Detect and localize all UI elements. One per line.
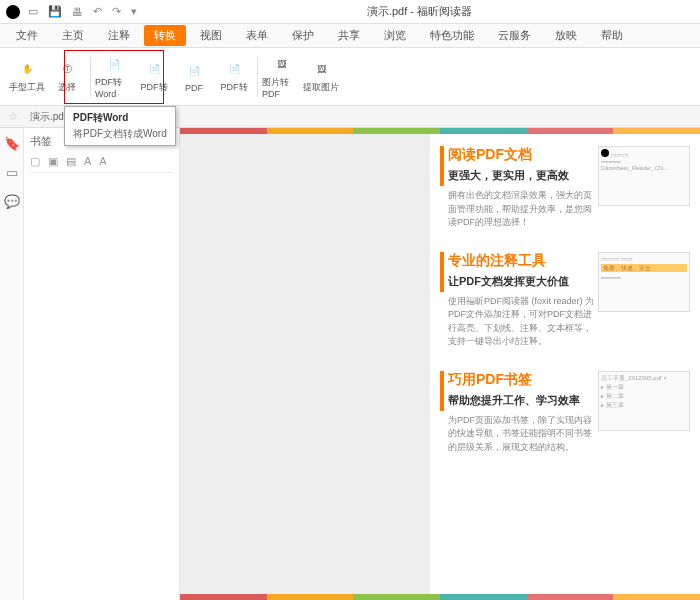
img-pdf-icon: 🖼	[271, 54, 291, 74]
section-body: 为PDF页面添加书签，除了实现内容的快速导航，书签还能指明不同书签的层级关系，展…	[448, 414, 598, 455]
section-1: 专业的注释工具让PDF文档发挥更大价值使用福昕PDF阅读器 (foxit rea…	[440, 252, 690, 349]
pdf-button[interactable]: 📄 PDF	[175, 53, 213, 101]
pdf-to-word-button[interactable]: 📄 PDF转Word	[95, 53, 133, 101]
ribbon: ✋ 手型工具 Ⓣ 选择 📄 PDF转Word 📄 PDF转 📄 PDF 📄 PD…	[0, 48, 700, 106]
section-thumb: ▭▭▭ ▭▭免费、快速、安全━━━━━	[598, 252, 690, 312]
bm-save-icon[interactable]: ▣	[48, 155, 58, 168]
extract-img-button[interactable]: 🖼 提取图片	[302, 53, 340, 101]
section-body: 拥有出色的文档渲染效果，强大的页面管理功能，帮助提升效率，是您阅读PDF的理想选…	[448, 189, 598, 230]
extract-icon: 🖼	[311, 59, 331, 79]
bm-text2-icon[interactable]: A	[99, 155, 106, 168]
page: 阅读PDF文档更强大，更实用，更高效拥有出色的文档渲染效果，强大的页面管理功能，…	[430, 134, 700, 594]
menu-特色功能[interactable]: 特色功能	[420, 25, 484, 46]
menu-放映[interactable]: 放映	[545, 25, 587, 46]
menu-转换[interactable]: 转换	[144, 25, 186, 46]
open-icon[interactable]: ▭	[28, 5, 38, 18]
pdf-to-ppt-button[interactable]: 📄 PDF转	[135, 53, 173, 101]
img-to-pdf-button[interactable]: 🖼 图片转PDF	[262, 53, 300, 101]
pdf-word-icon: 📄	[104, 54, 124, 74]
more-icon[interactable]: ▾	[131, 5, 137, 18]
section-thumb: 员工手册_2012095.pdf ×▸ 第一章▸ 第二章▸ 第三章	[598, 371, 690, 431]
menu-帮助[interactable]: 帮助	[591, 25, 633, 46]
redo-icon[interactable]: ↷	[112, 5, 121, 18]
pdf-icon: 📄	[184, 61, 204, 81]
section-thumb: ▭▭▭━━━━━Datasheet_Reader_CN...	[598, 146, 690, 206]
pages-panel-icon[interactable]: ▭	[6, 165, 18, 180]
section-2: 巧用PDF书签帮助您提升工作、学习效率为PDF页面添加书签，除了实现内容的快速导…	[440, 371, 690, 455]
hand-icon: ✋	[17, 59, 37, 79]
pdf-img-icon: 📄	[224, 59, 244, 79]
menu-文件[interactable]: 文件	[6, 25, 48, 46]
save-icon[interactable]: 💾	[48, 5, 62, 18]
main-area: 🔖 ▭ 💬 书签 ▢ ▣ ▤ A A 阅读PDF文档更强大，更实用，更高效拥有出…	[0, 128, 700, 600]
bm-text-icon[interactable]: A	[84, 155, 91, 168]
stripe-bottom	[180, 594, 700, 600]
select-icon: Ⓣ	[57, 59, 77, 79]
menu-云服务[interactable]: 云服务	[488, 25, 541, 46]
app-icon	[6, 5, 20, 19]
menu-表单[interactable]: 表单	[236, 25, 278, 46]
window-title: 演示.pdf - 福昕阅读器	[145, 4, 694, 19]
document-area[interactable]: 阅读PDF文档更强大，更实用，更高效拥有出色的文档渲染效果，强大的页面管理功能，…	[180, 128, 700, 600]
hand-tool-button[interactable]: ✋ 手型工具	[8, 53, 46, 101]
menu-注释[interactable]: 注释	[98, 25, 140, 46]
title-bar: ▭ 💾 🖶 ↶ ↷ ▾ 演示.pdf - 福昕阅读器	[0, 0, 700, 24]
star-icon[interactable]: ☆	[8, 110, 18, 123]
menu-共享[interactable]: 共享	[328, 25, 370, 46]
bm-expand-icon[interactable]: ▤	[66, 155, 76, 168]
menu-视图[interactable]: 视图	[190, 25, 232, 46]
menu-主页[interactable]: 主页	[52, 25, 94, 46]
undo-icon[interactable]: ↶	[93, 5, 102, 18]
bm-add-icon[interactable]: ▢	[30, 155, 40, 168]
section-body: 使用福昕PDF阅读器 (foxit reader) 为PDF文件添加注释，可对P…	[448, 295, 598, 349]
tooltip-title: PDF转Word	[73, 111, 167, 125]
comments-panel-icon[interactable]: 💬	[4, 194, 20, 209]
quick-access-toolbar: ▭ 💾 🖶 ↶ ↷ ▾	[28, 5, 137, 18]
menu-浏览[interactable]: 浏览	[374, 25, 416, 46]
bookmark-panel: 书签 ▢ ▣ ▤ A A	[24, 128, 180, 600]
select-button[interactable]: Ⓣ 选择	[48, 53, 86, 101]
section-0: 阅读PDF文档更强大，更实用，更高效拥有出色的文档渲染效果，强大的页面管理功能，…	[440, 146, 690, 230]
bookmark-panel-icon[interactable]: 🔖	[4, 136, 20, 151]
bookmark-toolbar: ▢ ▣ ▤ A A	[30, 155, 173, 173]
menu-保护[interactable]: 保护	[282, 25, 324, 46]
sidebar: 🔖 ▭ 💬	[0, 128, 24, 600]
tooltip-desc: 将PDF文档转成Word	[73, 127, 167, 141]
menu-bar: 文件主页注释转换视图表单保护共享浏览特色功能云服务放映帮助	[0, 24, 700, 48]
tooltip: PDF转Word 将PDF文档转成Word	[64, 106, 176, 146]
print-icon[interactable]: 🖶	[72, 6, 83, 18]
pdf-to-img-button[interactable]: 📄 PDF转	[215, 53, 253, 101]
pdf-ppt-icon: 📄	[144, 59, 164, 79]
